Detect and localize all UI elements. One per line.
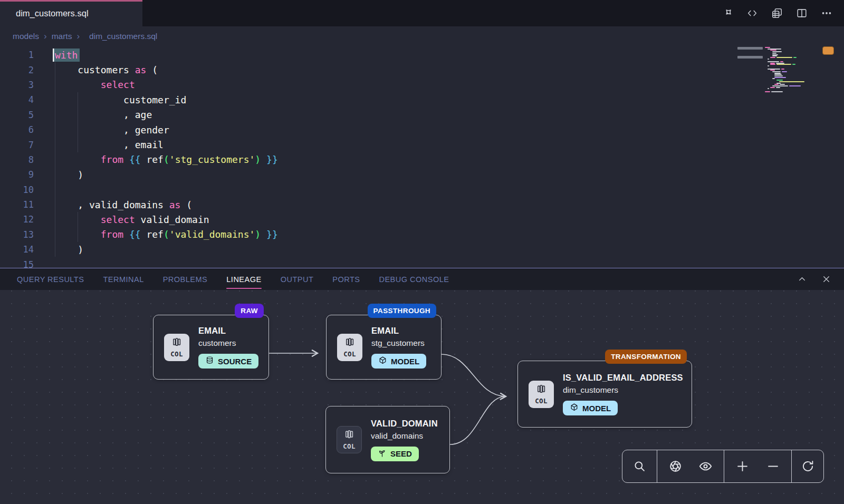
lineage-node-customers[interactable]: RAW COL EMAIL customers SOURCE [153,315,269,380]
code-editor[interactable]: 1with2 customers as (3 select4 customer_… [0,47,728,268]
more-actions-icon[interactable] [819,5,835,21]
node-column-name: EMAIL [371,326,399,336]
active-tab-accent [0,0,142,2]
tab-dim-customers-sql[interactable]: dim_customers.sql [0,0,142,26]
code-text: ) [55,244,83,255]
zoom-out-icon-button[interactable] [761,454,785,479]
column-chip: COL [529,381,554,408]
line-number: 6 [0,124,34,135]
code-text: , age [55,109,152,120]
zoom-in-icon-button[interactable] [731,454,755,479]
dbt-pinwheel-icon[interactable] [720,5,735,21]
panel-tabs: QUERY RESULTSTERMINALPROBLEMSLINEAGEOUTP… [17,268,449,290]
node-model-name: valid_domains [371,431,423,441]
panel-tab-debug-console[interactable]: DEBUG CONSOLE [379,268,449,290]
lineage-canvas[interactable]: RAW COL EMAIL customers SOURCE PASSTHROU… [0,290,844,504]
cube-icon [378,356,387,366]
code-text: , email [55,139,164,150]
edge-stg_customers-to-dim_customers [442,354,506,396]
node-model-name: customers [198,338,236,348]
columns-icon [344,429,354,442]
node-column-name: IS_VALID_EMAIL_ADDRESS [563,373,683,383]
breadcrumb-file[interactable]: dim_customers.sql [89,32,157,41]
chevron-up-icon[interactable] [795,273,808,286]
column-chip-label: COL [535,397,547,405]
code-line[interactable]: 9 ) [0,167,728,182]
search-icon-button[interactable] [628,454,652,479]
code-line[interactable]: 5 , age [0,108,728,122]
columns-icon [536,384,546,396]
node-column-name: VALID_DOMAIN [371,419,438,429]
panel-tab-problems[interactable]: PROBLEMS [163,268,208,290]
close-icon[interactable] [820,273,832,286]
code-icon[interactable] [744,5,760,21]
editor-tab-bar: dim_customers.sql [0,0,844,26]
code-line[interactable]: 4 customer_id [0,92,728,107]
code-line[interactable]: 11 , valid_domains as ( [0,197,728,212]
duplicate-table-icon[interactable] [769,5,785,21]
bottom-panel-header: QUERY RESULTSTERMINALPROBLEMSLINEAGEOUTP… [0,268,844,290]
panel-tab-query-results[interactable]: QUERY RESULTS [17,268,84,290]
code-line[interactable]: 7 , email [0,137,728,152]
code-text: customers as ( [55,64,158,75]
line-number: 13 [0,229,34,240]
code-text: select valid_domain [55,214,209,225]
node-badge: RAW [235,304,264,318]
column-chip: COL [164,334,189,361]
code-line[interactable]: 14 ) [0,242,728,257]
lineage-node-dim_customers[interactable]: TRANSFORMATION COL IS_VALID_EMAIL_ADDRES… [517,361,692,428]
line-number: 12 [0,214,34,225]
code-line[interactable]: 13 from {{ ref('valid_domains') }} [0,227,728,242]
editor-area: models › marts › dim_customers.sql 1with… [0,26,844,268]
code-line[interactable]: 12 select valid_domain [0,212,728,227]
code-text: from {{ ref('valid_domains') }} [55,229,278,240]
line-number: 9 [0,169,34,180]
tab-title: dim_customers.sql [16,8,89,18]
column-chip: COL [337,334,362,361]
node-model-name: stg_customers [371,338,425,348]
code-line[interactable]: 8 from {{ ref('stg_customers') }} [0,152,728,167]
line-number: 8 [0,154,34,165]
code-line[interactable]: 10 [0,182,728,197]
line-number: 15 [0,259,34,268]
selected-word: with [53,49,80,62]
line-number: 1 [0,50,34,60]
code-line[interactable]: 2 customers as ( [0,62,728,77]
aperture-icon-button[interactable] [663,454,687,479]
code-line[interactable]: 1with [0,47,728,62]
panel-tab-lineage[interactable]: LINEAGE [226,268,261,290]
breadcrumb-separator: › [44,31,47,42]
line-number: 14 [0,244,34,255]
eye-icon-button[interactable] [694,454,718,479]
code-text: with [55,50,78,61]
minimap[interactable] [765,47,823,100]
code-text: select [55,79,135,90]
editor-actions [720,0,835,26]
line-number: 2 [0,65,34,75]
code-line[interactable]: 3 select [0,77,728,92]
line-number: 3 [0,80,34,90]
line-number: 11 [0,199,34,210]
cube-icon [570,403,579,413]
line-number: 7 [0,140,34,150]
column-chip-label: COL [343,350,356,358]
code-line[interactable]: 15 [0,257,728,268]
code-text: from {{ ref('stg_customers') }} [55,154,278,165]
columns-icon [344,337,355,350]
edge-valid_domains-to-dim_customers [450,396,504,444]
refresh-icon-button[interactable] [795,454,820,479]
seedling-icon [378,449,387,459]
code-text: ) [55,169,83,180]
breadcrumb-marts[interactable]: marts [52,32,72,41]
lineage-node-valid_domains[interactable]: COL VALID_DOMAIN valid_domains SEED [325,406,450,473]
panel-tab-terminal[interactable]: TERMINAL [103,268,143,290]
panel-tab-output[interactable]: OUTPUT [281,268,314,290]
line-number: 10 [0,185,34,195]
vscode-window: dim_customers.sql models › marts › dim_c… [0,0,844,504]
split-editor-icon[interactable] [794,5,810,21]
breadcrumb-models[interactable]: models [13,32,39,41]
lineage-node-stg_customers[interactable]: PASSTHROUGH COL EMAIL stg_customers MODE… [326,315,442,380]
breadcrumb: models › marts › dim_customers.sql [13,30,157,43]
code-line[interactable]: 6 , gender [0,122,728,137]
panel-tab-ports[interactable]: PORTS [332,268,360,290]
